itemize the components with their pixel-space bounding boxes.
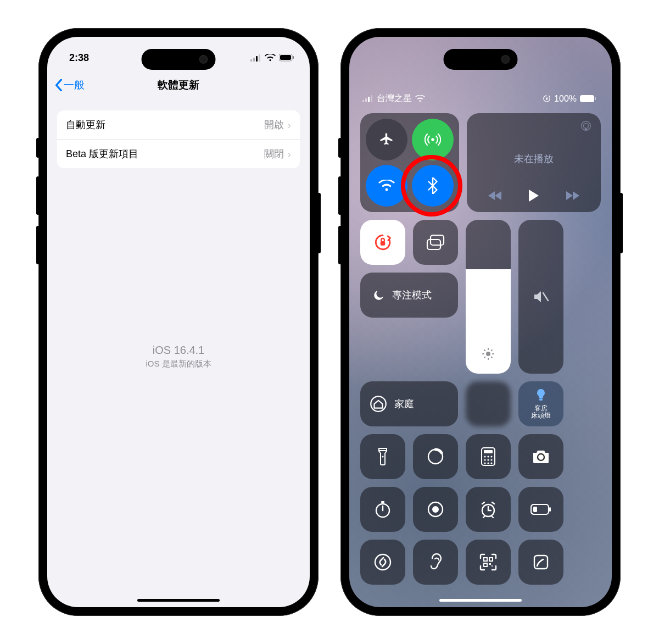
dynamic-island bbox=[142, 49, 216, 70]
qr-scanner-button[interactable] bbox=[466, 540, 511, 585]
camera-button[interactable] bbox=[518, 434, 563, 479]
svg-point-14 bbox=[431, 138, 434, 141]
row-beta-updates[interactable]: Beta 版更新項目 關閉 › bbox=[57, 139, 300, 168]
stopwatch-icon bbox=[375, 501, 391, 518]
svg-rect-11 bbox=[546, 98, 548, 99]
svg-rect-37 bbox=[490, 462, 492, 464]
dynamic-island bbox=[444, 49, 518, 70]
screen-record-button[interactable] bbox=[413, 487, 458, 532]
svg-point-35 bbox=[484, 462, 485, 464]
carrier-name: 台灣之星 bbox=[377, 93, 412, 104]
svg-point-34 bbox=[490, 459, 492, 460]
orientation-lock-toggle[interactable] bbox=[360, 220, 405, 265]
version-info: iOS 16.4.1 iOS 是最新的版本 bbox=[47, 344, 310, 369]
wifi-icon bbox=[378, 180, 395, 192]
row-auto-update[interactable]: 自動更新 開啟 › bbox=[57, 110, 300, 139]
connectivity-module[interactable] bbox=[360, 113, 459, 212]
wifi-toggle[interactable] bbox=[366, 165, 407, 207]
svg-rect-23 bbox=[539, 398, 543, 401]
cellular-data-toggle[interactable] bbox=[412, 119, 454, 160]
brightness-slider[interactable] bbox=[466, 220, 511, 374]
screen-mirroring-icon bbox=[426, 234, 445, 251]
lamp-tile[interactable]: 客房床頭燈 bbox=[518, 381, 563, 426]
svg-rect-50 bbox=[484, 558, 487, 561]
svg-rect-40 bbox=[381, 501, 384, 503]
svg-rect-2 bbox=[256, 56, 258, 62]
cellular-icon bbox=[250, 54, 261, 62]
timer-button[interactable] bbox=[413, 434, 458, 479]
screen-control-center: 台灣之星 100% bbox=[349, 37, 612, 607]
record-icon bbox=[427, 501, 444, 518]
low-power-button[interactable] bbox=[518, 487, 563, 532]
airplane-icon bbox=[379, 132, 394, 147]
shazam-button[interactable] bbox=[360, 540, 405, 585]
media-module[interactable]: 未在播放 bbox=[467, 113, 601, 212]
home-scene-tile[interactable] bbox=[466, 381, 511, 426]
media-title: 未在播放 bbox=[476, 152, 592, 165]
svg-rect-47 bbox=[549, 507, 551, 512]
camera-icon bbox=[532, 449, 550, 464]
moon-icon bbox=[372, 288, 386, 302]
airplane-mode-toggle[interactable] bbox=[366, 119, 407, 160]
svg-point-20 bbox=[486, 352, 490, 356]
bulb-icon bbox=[535, 388, 546, 403]
stopwatch-button[interactable] bbox=[360, 487, 405, 532]
svg-rect-12 bbox=[580, 95, 594, 102]
quick-note-icon bbox=[533, 554, 549, 570]
settings-list: 自動更新 開啟 › Beta 版更新項目 關閉 › bbox=[57, 110, 300, 168]
svg-point-30 bbox=[487, 456, 489, 457]
svg-line-21 bbox=[543, 293, 548, 301]
svg-point-33 bbox=[487, 459, 489, 460]
rewind-button[interactable] bbox=[488, 191, 502, 201]
ios-version-sub: iOS 是最新的版本 bbox=[47, 359, 310, 369]
phone-frame-left: 2:38 一般 軟體更新 自動更新 開啟 › Be bbox=[38, 28, 319, 616]
battery-percent: 100% bbox=[554, 94, 577, 104]
svg-point-29 bbox=[484, 456, 485, 457]
ios-version: iOS 16.4.1 bbox=[47, 344, 310, 357]
timer-icon bbox=[427, 448, 444, 465]
svg-point-24 bbox=[382, 456, 383, 457]
svg-point-31 bbox=[490, 456, 492, 457]
back-label: 一般 bbox=[64, 78, 85, 92]
screen-mirroring-button[interactable] bbox=[413, 220, 458, 265]
notes-button[interactable] bbox=[518, 540, 563, 585]
forward-button[interactable] bbox=[565, 191, 579, 201]
lamp-line2: 床頭燈 bbox=[531, 412, 551, 419]
bluetooth-toggle[interactable] bbox=[412, 165, 454, 207]
home-label: 家庭 bbox=[394, 397, 414, 410]
row-value: 開啟 bbox=[264, 118, 284, 131]
wifi-icon bbox=[415, 95, 425, 102]
home-indicator[interactable] bbox=[439, 599, 522, 602]
chevron-right-icon: › bbox=[287, 148, 291, 160]
svg-rect-8 bbox=[365, 98, 367, 102]
svg-rect-9 bbox=[368, 97, 370, 102]
svg-rect-53 bbox=[489, 563, 491, 565]
alarm-icon bbox=[479, 501, 497, 518]
calculator-button[interactable] bbox=[466, 434, 511, 479]
play-button[interactable] bbox=[528, 189, 540, 202]
svg-point-32 bbox=[484, 459, 485, 460]
focus-mode-button[interactable]: 專注模式 bbox=[360, 273, 458, 318]
row-label: Beta 版更新項目 bbox=[66, 147, 138, 160]
mute-icon bbox=[533, 290, 549, 304]
svg-rect-7 bbox=[362, 100, 364, 102]
bluetooth-icon bbox=[428, 177, 438, 194]
svg-rect-6 bbox=[293, 56, 294, 59]
back-button[interactable]: 一般 bbox=[55, 78, 85, 92]
shazam-icon bbox=[374, 553, 392, 571]
flashlight-button[interactable] bbox=[360, 434, 405, 479]
svg-rect-1 bbox=[253, 58, 255, 62]
hearing-button[interactable] bbox=[413, 540, 458, 585]
svg-point-16 bbox=[583, 123, 588, 128]
svg-rect-51 bbox=[489, 558, 493, 561]
orientation-lock-status-icon bbox=[543, 95, 551, 103]
row-label: 自動更新 bbox=[66, 118, 105, 131]
chevron-right-icon: › bbox=[287, 119, 291, 131]
volume-slider[interactable] bbox=[518, 220, 563, 374]
alarm-button[interactable] bbox=[466, 487, 511, 532]
home-indicator[interactable] bbox=[137, 599, 220, 602]
ear-icon bbox=[428, 553, 443, 571]
home-button[interactable]: 家庭 bbox=[360, 381, 458, 426]
airplay-icon[interactable] bbox=[580, 120, 592, 132]
home-icon bbox=[370, 396, 387, 412]
